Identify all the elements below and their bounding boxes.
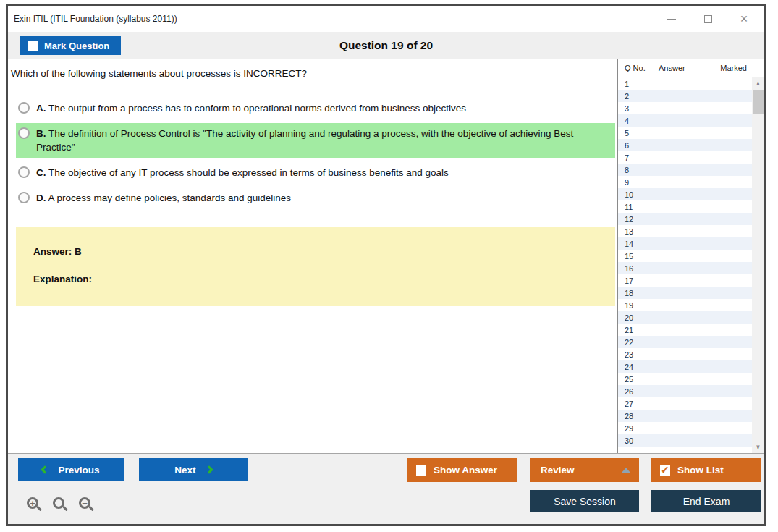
window-title: Exin ITIL (ITIL Foundation (syllabus 201… <box>14 14 177 24</box>
question-list-scrollbar[interactable]: ∧ ∨ <box>752 77 764 453</box>
answer-box: Answer: B Explanation: <box>16 227 615 306</box>
question-list-row[interactable]: 24 <box>618 360 752 373</box>
mark-question-button[interactable]: Mark Question <box>20 36 121 55</box>
qcell-q: 6 <box>618 141 652 150</box>
option-d-radio[interactable] <box>18 192 30 203</box>
zoom-reset-icon[interactable] <box>53 497 64 509</box>
question-list-row[interactable]: 21 <box>618 324 752 336</box>
option-c-radio[interactable] <box>18 166 30 178</box>
qcell-q: 27 <box>618 400 652 408</box>
question-list-row[interactable]: 5 <box>618 127 752 139</box>
question-list-row[interactable]: 16 <box>618 262 752 274</box>
qcell-q: 22 <box>618 338 652 347</box>
option-a[interactable]: A. The output from a process has to conf… <box>16 98 615 119</box>
show-answer-label: Show Answer <box>434 465 497 476</box>
qcell-q: 17 <box>618 276 652 285</box>
option-b[interactable]: B. The definition of Process Control is … <box>16 123 615 158</box>
question-list-row[interactable]: 13 <box>618 225 752 237</box>
option-d[interactable]: D. A process may define policies, standa… <box>16 187 615 208</box>
end-exam-label: End Exam <box>683 496 730 507</box>
explanation-line: Explanation: <box>33 274 599 284</box>
maximize-icon <box>704 15 712 23</box>
question-list-row[interactable]: 12 <box>618 213 752 225</box>
option-b-radio[interactable] <box>18 127 30 139</box>
question-list-row[interactable]: 11 <box>618 200 752 213</box>
qcell-q: 10 <box>618 190 652 199</box>
question-list-row[interactable]: 28 <box>618 410 752 422</box>
option-c-text: C. The objective of any IT process shoul… <box>36 166 449 180</box>
column-header-qno: Q No. <box>618 64 659 72</box>
show-list-label: Show List <box>677 465 724 476</box>
scrollbar-thumb[interactable] <box>753 90 764 114</box>
qcell-q: 15 <box>618 252 652 261</box>
question-list-row[interactable]: 9 <box>618 176 752 188</box>
question-list-row[interactable]: 26 <box>618 385 752 397</box>
question-list-row[interactable]: 22 <box>618 336 752 348</box>
question-list-row[interactable]: 3 <box>618 102 752 114</box>
options-list: A. The output from a process has to conf… <box>11 98 614 208</box>
question-list-row[interactable]: 4 <box>618 114 752 127</box>
option-a-body: The output from a process has to conform… <box>48 103 466 114</box>
question-list-row[interactable]: 17 <box>618 274 752 287</box>
question-list-row[interactable]: 7 <box>618 151 752 164</box>
qcell-q: 13 <box>618 227 652 236</box>
qcell-q: 7 <box>618 153 652 162</box>
qcell-q: 8 <box>618 166 652 174</box>
question-list-row[interactable]: 15 <box>618 250 752 262</box>
question-list-row[interactable]: 23 <box>618 348 752 360</box>
review-label: Review <box>541 465 575 476</box>
close-button[interactable]: × <box>738 13 750 25</box>
main-area: Which of the following statements about … <box>8 59 764 453</box>
qcell-q: 20 <box>618 313 652 322</box>
title-bar: Exin ITIL (ITIL Foundation (syllabus 201… <box>8 6 764 32</box>
question-list-row[interactable]: 8 <box>618 164 752 176</box>
show-answer-checkbox-icon <box>416 465 426 476</box>
chevron-left-icon <box>41 465 49 473</box>
qcell-q: 2 <box>618 92 652 101</box>
mark-question-label: Mark Question <box>44 41 109 51</box>
question-list-row[interactable]: 14 <box>618 237 752 250</box>
question-text: Which of the following statements about … <box>11 68 614 79</box>
option-d-letter: D. <box>36 193 46 203</box>
show-list-button[interactable]: Show List <box>651 458 761 482</box>
question-list-panel: Q No. Answer Marked 12345678910111213141… <box>617 59 764 453</box>
caret-up-icon <box>622 468 630 473</box>
question-list-row[interactable]: 2 <box>618 90 752 102</box>
qcell-q: 3 <box>618 104 652 113</box>
qcell-q: 29 <box>618 424 652 433</box>
qcell-q: 19 <box>618 301 652 310</box>
question-list-rows: 1234567891011121314151617181920212223242… <box>618 77 752 453</box>
qcell-q: 5 <box>618 129 652 138</box>
question-list-row[interactable]: 10 <box>618 188 752 200</box>
zoom-out-icon[interactable] <box>79 497 90 509</box>
question-list-row[interactable]: 6 <box>618 139 752 151</box>
question-list-row[interactable]: 20 <box>618 311 752 324</box>
question-list-row[interactable]: 25 <box>618 373 752 385</box>
review-dropdown-button[interactable]: Review <box>530 458 639 482</box>
window-controls: × <box>666 13 750 25</box>
question-list-row[interactable]: 30 <box>618 434 752 447</box>
option-a-radio[interactable] <box>18 102 30 114</box>
question-list-row[interactable]: 29 <box>618 422 752 434</box>
close-icon: × <box>740 14 748 24</box>
next-button[interactable]: Next <box>139 458 248 481</box>
end-exam-button[interactable]: End Exam <box>651 490 761 512</box>
question-list-row[interactable]: 1 <box>618 77 752 90</box>
show-answer-button[interactable]: Show Answer <box>407 458 517 482</box>
chevron-right-icon <box>205 465 213 473</box>
scroll-up-icon[interactable]: ∧ <box>752 77 764 90</box>
maximize-button[interactable] <box>702 13 714 25</box>
scroll-down-icon[interactable]: ∨ <box>752 441 764 453</box>
save-session-button[interactable]: Save Session <box>530 490 639 512</box>
question-list-row[interactable]: 27 <box>618 397 752 410</box>
zoom-in-icon[interactable] <box>27 497 38 509</box>
previous-button[interactable]: Previous <box>18 458 124 481</box>
minimize-button[interactable] <box>666 13 677 25</box>
question-counter: Question 19 of 20 <box>339 39 433 52</box>
question-list-row[interactable]: 18 <box>618 287 752 299</box>
option-a-text: A. The output from a process has to conf… <box>36 101 466 115</box>
question-list-row[interactable]: 19 <box>618 299 752 311</box>
save-session-label: Save Session <box>554 496 616 507</box>
option-c[interactable]: C. The objective of any IT process shoul… <box>16 162 615 183</box>
footer-bar: Previous Next Show Answer Review Show Li… <box>8 453 764 524</box>
